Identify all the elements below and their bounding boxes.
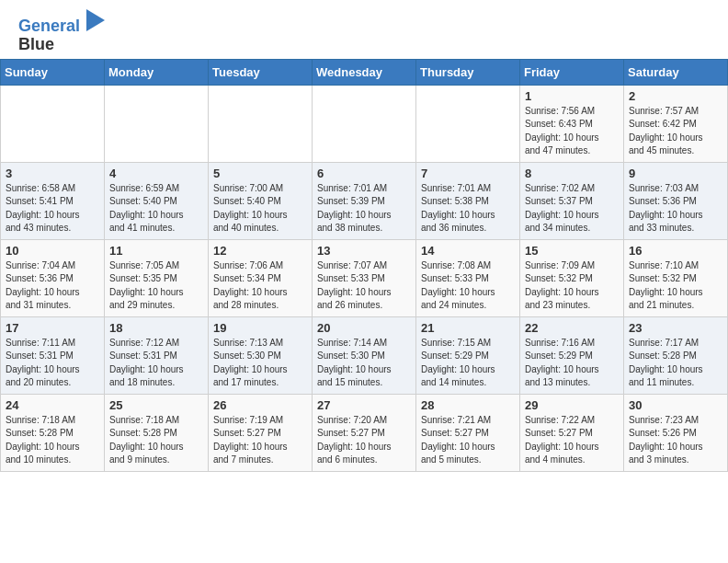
day-number: 1 [525, 89, 619, 103]
day-number: 24 [6, 398, 99, 412]
day-header-saturday: Saturday [624, 59, 728, 85]
calendar-day-1: 1Sunrise: 7:56 AM Sunset: 6:43 PM Daylig… [520, 85, 624, 162]
day-number: 8 [525, 167, 619, 180]
calendar-empty-cell [416, 85, 520, 162]
day-info: Sunrise: 7:19 AM Sunset: 5:27 PM Dayligh… [213, 414, 307, 467]
day-number: 19 [213, 321, 307, 335]
calendar-day-23: 23Sunrise: 7:17 AM Sunset: 5:28 PM Dayli… [624, 316, 728, 394]
day-number: 14 [421, 244, 515, 258]
calendar-day-14: 14Sunrise: 7:08 AM Sunset: 5:33 PM Dayli… [416, 239, 520, 316]
calendar-empty-cell [1, 85, 105, 162]
day-info: Sunrise: 7:05 AM Sunset: 5:35 PM Dayligh… [109, 259, 203, 313]
day-info: Sunrise: 7:09 AM Sunset: 5:32 PM Dayligh… [525, 259, 619, 313]
day-number: 27 [317, 398, 411, 412]
day-number: 2 [629, 89, 722, 103]
calendar-day-20: 20Sunrise: 7:14 AM Sunset: 5:30 PM Dayli… [313, 316, 416, 394]
calendar-day-9: 9Sunrise: 7:03 AM Sunset: 5:36 PM Daylig… [624, 162, 728, 239]
calendar-day-27: 27Sunrise: 7:20 AM Sunset: 5:27 PM Dayli… [313, 394, 416, 471]
day-info: Sunrise: 7:16 AM Sunset: 5:29 PM Dayligh… [525, 337, 619, 390]
day-header-monday: Monday [105, 59, 209, 85]
calendar-day-2: 2Sunrise: 7:57 AM Sunset: 6:42 PM Daylig… [624, 85, 728, 162]
day-number: 9 [629, 167, 722, 180]
day-number: 12 [213, 244, 307, 258]
day-info: Sunrise: 7:17 AM Sunset: 5:28 PM Dayligh… [629, 337, 722, 390]
calendar-day-15: 15Sunrise: 7:09 AM Sunset: 5:32 PM Dayli… [520, 239, 624, 316]
day-info: Sunrise: 7:13 AM Sunset: 5:30 PM Dayligh… [213, 337, 307, 390]
calendar-day-4: 4Sunrise: 6:59 AM Sunset: 5:40 PM Daylig… [105, 162, 209, 239]
calendar-day-26: 26Sunrise: 7:19 AM Sunset: 5:27 PM Dayli… [209, 394, 313, 471]
calendar-day-25: 25Sunrise: 7:18 AM Sunset: 5:28 PM Dayli… [105, 394, 209, 471]
day-info: Sunrise: 7:01 AM Sunset: 5:38 PM Dayligh… [421, 182, 515, 236]
calendar-day-3: 3Sunrise: 6:58 AM Sunset: 5:41 PM Daylig… [1, 162, 105, 239]
day-number: 20 [317, 321, 411, 335]
day-info: Sunrise: 7:01 AM Sunset: 5:39 PM Dayligh… [317, 182, 411, 236]
day-header-thursday: Thursday [416, 59, 520, 85]
day-number: 28 [421, 398, 515, 412]
day-info: Sunrise: 7:02 AM Sunset: 5:37 PM Dayligh… [525, 182, 619, 236]
day-number: 26 [213, 398, 307, 412]
day-info: Sunrise: 7:21 AM Sunset: 5:27 PM Dayligh… [421, 414, 515, 467]
calendar-day-12: 12Sunrise: 7:06 AM Sunset: 5:34 PM Dayli… [209, 239, 313, 316]
day-header-friday: Friday [520, 59, 624, 85]
calendar-header-row: SundayMondayTuesdayWednesdayThursdayFrid… [1, 59, 728, 85]
day-info: Sunrise: 7:56 AM Sunset: 6:43 PM Dayligh… [525, 105, 619, 158]
calendar-day-7: 7Sunrise: 7:01 AM Sunset: 5:38 PM Daylig… [416, 162, 520, 239]
calendar-day-19: 19Sunrise: 7:13 AM Sunset: 5:30 PM Dayli… [209, 316, 313, 394]
calendar-empty-cell [105, 85, 209, 162]
calendar-day-21: 21Sunrise: 7:15 AM Sunset: 5:29 PM Dayli… [416, 316, 520, 394]
day-number: 5 [213, 167, 307, 180]
day-number: 13 [317, 244, 411, 258]
day-info: Sunrise: 6:58 AM Sunset: 5:41 PM Dayligh… [6, 182, 99, 236]
day-number: 30 [629, 398, 722, 412]
logo-icon [86, 9, 105, 31]
day-number: 10 [6, 244, 99, 258]
day-info: Sunrise: 7:00 AM Sunset: 5:40 PM Dayligh… [213, 182, 307, 236]
day-info: Sunrise: 7:07 AM Sunset: 5:33 PM Dayligh… [317, 259, 411, 313]
calendar-week-row: 3Sunrise: 6:58 AM Sunset: 5:41 PM Daylig… [1, 162, 728, 239]
day-header-sunday: Sunday [1, 59, 105, 85]
day-info: Sunrise: 7:12 AM Sunset: 5:31 PM Dayligh… [109, 337, 203, 390]
day-number: 7 [421, 167, 515, 180]
day-number: 22 [525, 321, 619, 335]
day-info: Sunrise: 7:57 AM Sunset: 6:42 PM Dayligh… [629, 105, 722, 158]
day-number: 3 [6, 167, 99, 180]
calendar-day-22: 22Sunrise: 7:16 AM Sunset: 5:29 PM Dayli… [520, 316, 624, 394]
calendar: SundayMondayTuesdayWednesdayThursdayFrid… [0, 59, 728, 472]
day-info: Sunrise: 7:04 AM Sunset: 5:36 PM Dayligh… [6, 259, 99, 313]
header: General Blue [0, 0, 728, 59]
day-header-wednesday: Wednesday [313, 59, 416, 85]
calendar-day-5: 5Sunrise: 7:00 AM Sunset: 5:40 PM Daylig… [209, 162, 313, 239]
day-info: Sunrise: 7:20 AM Sunset: 5:27 PM Dayligh… [317, 414, 411, 467]
day-info: Sunrise: 6:59 AM Sunset: 5:40 PM Dayligh… [109, 182, 203, 236]
calendar-week-row: 17Sunrise: 7:11 AM Sunset: 5:31 PM Dayli… [1, 316, 728, 394]
day-info: Sunrise: 7:08 AM Sunset: 5:33 PM Dayligh… [421, 259, 515, 313]
day-info: Sunrise: 7:18 AM Sunset: 5:28 PM Dayligh… [109, 414, 203, 467]
logo-general: General [18, 17, 80, 35]
day-info: Sunrise: 7:06 AM Sunset: 5:34 PM Dayligh… [213, 259, 307, 313]
calendar-empty-cell [209, 85, 313, 162]
logo-text: General [18, 9, 105, 36]
logo: General Blue [18, 9, 105, 54]
calendar-day-18: 18Sunrise: 7:12 AM Sunset: 5:31 PM Dayli… [105, 316, 209, 394]
day-number: 25 [109, 398, 203, 412]
day-number: 17 [6, 321, 99, 335]
day-number: 4 [109, 167, 203, 180]
day-number: 21 [421, 321, 515, 335]
day-number: 16 [629, 244, 722, 258]
calendar-day-24: 24Sunrise: 7:18 AM Sunset: 5:28 PM Dayli… [1, 394, 105, 471]
day-number: 15 [525, 244, 619, 258]
day-info: Sunrise: 7:15 AM Sunset: 5:29 PM Dayligh… [421, 337, 515, 390]
calendar-day-16: 16Sunrise: 7:10 AM Sunset: 5:32 PM Dayli… [624, 239, 728, 316]
calendar-day-11: 11Sunrise: 7:05 AM Sunset: 5:35 PM Dayli… [105, 239, 209, 316]
day-info: Sunrise: 7:03 AM Sunset: 5:36 PM Dayligh… [629, 182, 722, 236]
day-number: 11 [109, 244, 203, 258]
calendar-day-10: 10Sunrise: 7:04 AM Sunset: 5:36 PM Dayli… [1, 239, 105, 316]
calendar-body: 1Sunrise: 7:56 AM Sunset: 6:43 PM Daylig… [1, 85, 728, 471]
calendar-day-30: 30Sunrise: 7:23 AM Sunset: 5:26 PM Dayli… [624, 394, 728, 471]
day-number: 23 [629, 321, 722, 335]
calendar-day-8: 8Sunrise: 7:02 AM Sunset: 5:37 PM Daylig… [520, 162, 624, 239]
day-number: 29 [525, 398, 619, 412]
day-info: Sunrise: 7:14 AM Sunset: 5:30 PM Dayligh… [317, 337, 411, 390]
day-header-tuesday: Tuesday [209, 59, 313, 85]
day-info: Sunrise: 7:11 AM Sunset: 5:31 PM Dayligh… [6, 337, 99, 390]
